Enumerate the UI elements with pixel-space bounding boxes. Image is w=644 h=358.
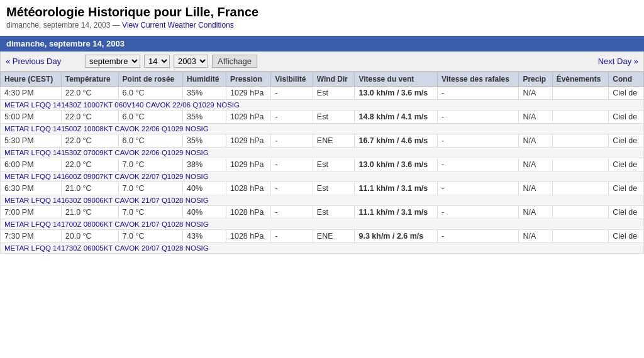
- table-cell: Est: [313, 158, 355, 171]
- metar-row: METAR LFQQ 141600Z 09007KT CAVOK 22/07 Q…: [1, 171, 644, 182]
- table-cell: 22.0 °C: [61, 111, 118, 124]
- table-row: 6:30 PM21.0 °C7.0 °C40%1028 hPa-Est11.1 …: [1, 182, 644, 195]
- page-title: Météorologie Historique pour Lille, Fran…: [6, 5, 638, 19]
- col-header-winddir: Wind Dir: [313, 72, 355, 87]
- table-cell: 11.1 kh/m / 3.1 m/s: [355, 206, 438, 219]
- table-cell: 6:30 PM: [1, 182, 62, 195]
- prev-day-nav[interactable]: « Previous Day: [6, 57, 81, 66]
- table-cell: Ciel de: [609, 87, 644, 100]
- table-cell: Est: [313, 87, 355, 100]
- col-header-dewpoint: Point de rosée: [118, 72, 182, 87]
- table-cell: 1029 hPa: [226, 111, 271, 124]
- table-cell: 20.0 °C: [61, 230, 118, 243]
- col-header-pressure: Pression: [226, 72, 271, 87]
- table-cell: 6.0 °C: [118, 87, 182, 100]
- table-cell: [552, 182, 609, 195]
- metar-row: METAR LFQQ 141730Z 06005KT CAVOK 20/07 Q…: [1, 243, 644, 254]
- table-cell: 9.3 kh/m / 2.6 m/s: [355, 230, 438, 243]
- table-cell: ENE: [313, 230, 355, 243]
- table-cell: Ciel de: [609, 134, 644, 148]
- table-cell: 7.0 °C: [118, 230, 182, 243]
- table-cell: 21.0 °C: [61, 206, 118, 219]
- table-cell: -: [271, 158, 313, 171]
- table-cell: -: [271, 206, 313, 219]
- table-cell: 7.0 °C: [118, 206, 182, 219]
- table-cell: N/A: [519, 87, 552, 100]
- table-cell: -: [271, 134, 313, 148]
- metar-cell: METAR LFQQ 141500Z 10008KT CAVOK 22/06 Q…: [1, 124, 644, 134]
- col-header-events: Évènements: [552, 72, 609, 87]
- table-cell: N/A: [519, 230, 552, 243]
- table-cell: -: [271, 230, 313, 243]
- day-select[interactable]: 14: [144, 55, 170, 68]
- table-header-row: Heure (CEST) Température Point de rosée …: [1, 72, 644, 87]
- table-cell: 4:30 PM: [1, 87, 62, 100]
- metar-row: METAR LFQQ 141530Z 07009KT CAVOK 22/06 Q…: [1, 148, 644, 158]
- table-cell: -: [437, 87, 518, 100]
- table-cell: Est: [313, 206, 355, 219]
- page-header: Météorologie Historique pour Lille, Fran…: [0, 0, 644, 32]
- table-cell: Ciel de: [609, 206, 644, 219]
- nav-bar: « Previous Day septembre janvierfévrierm…: [0, 52, 644, 72]
- affichage-button[interactable]: Affichage: [212, 55, 257, 68]
- table-cell: N/A: [519, 158, 552, 171]
- table-cell: ENE: [313, 134, 355, 148]
- table-cell: -: [271, 111, 313, 124]
- table-cell: Ciel de: [609, 158, 644, 171]
- prev-day-link[interactable]: « Previous Day: [6, 57, 61, 66]
- table-cell: 13.0 kh/m / 3.6 m/s: [355, 87, 438, 100]
- table-cell: 40%: [183, 206, 226, 219]
- next-day-nav[interactable]: Next Day »: [598, 57, 638, 66]
- table-cell: 7:00 PM: [1, 206, 62, 219]
- table-cell: 22.0 °C: [61, 158, 118, 171]
- col-header-visibility: Visibilité: [271, 72, 313, 87]
- table-cell: -: [271, 182, 313, 195]
- metar-cell: METAR LFQQ 141700Z 08006KT CAVOK 21/07 Q…: [1, 219, 644, 230]
- table-cell: 35%: [183, 111, 226, 124]
- table-cell: 6:00 PM: [1, 158, 62, 171]
- table-cell: [552, 87, 609, 100]
- col-header-temp: Température: [61, 72, 118, 87]
- table-cell: -: [437, 182, 518, 195]
- table-cell: Est: [313, 111, 355, 124]
- month-select[interactable]: septembre janvierfévriermars avrilmaijui…: [85, 55, 140, 68]
- metar-row: METAR LFQQ 141700Z 08006KT CAVOK 21/07 Q…: [1, 219, 644, 230]
- table-cell: 6.0 °C: [118, 111, 182, 124]
- table-cell: 35%: [183, 87, 226, 100]
- table-cell: N/A: [519, 111, 552, 124]
- table-cell: 1028 hPa: [226, 230, 271, 243]
- table-cell: 11.1 kh/m / 3.1 m/s: [355, 182, 438, 195]
- next-day-link[interactable]: Next Day »: [598, 57, 638, 66]
- table-cell: -: [437, 111, 518, 124]
- col-header-cond: Cond: [609, 72, 644, 87]
- weather-table: Heure (CEST) Température Point de rosée …: [0, 72, 644, 254]
- metar-row: METAR LFQQ 141630Z 09006KT CAVOK 21/07 Q…: [1, 195, 644, 206]
- metar-cell: METAR LFQQ 141430Z 10007KT 060V140 CAVOK…: [1, 100, 644, 111]
- table-cell: [552, 206, 609, 219]
- table-cell: Est: [313, 182, 355, 195]
- table-row: 6:00 PM22.0 °C7.0 °C38%1029 hPa-Est13.0 …: [1, 158, 644, 171]
- table-row: 5:00 PM22.0 °C6.0 °C35%1029 hPa-Est14.8 …: [1, 111, 644, 124]
- table-cell: -: [271, 87, 313, 100]
- table-cell: 1028 hPa: [226, 206, 271, 219]
- table-cell: 13.0 kh/m / 3.6 m/s: [355, 158, 438, 171]
- table-cell: [552, 230, 609, 243]
- table-cell: 7.0 °C: [118, 158, 182, 171]
- metar-cell: METAR LFQQ 141730Z 06005KT CAVOK 20/07 Q…: [1, 243, 644, 254]
- date-header-bar: dimanche, septembre 14, 2003: [0, 36, 644, 52]
- col-header-precip: Precip: [519, 72, 552, 87]
- table-cell: 38%: [183, 158, 226, 171]
- table-cell: 40%: [183, 182, 226, 195]
- year-select[interactable]: 2003: [174, 55, 208, 68]
- table-cell: N/A: [519, 134, 552, 148]
- page-subtitle: dimanche, septembre 14, 2003 — View Curr…: [6, 21, 638, 30]
- table-cell: 22.0 °C: [61, 87, 118, 100]
- metar-cell: METAR LFQQ 141530Z 07009KT CAVOK 22/06 Q…: [1, 148, 644, 158]
- table-cell: 43%: [183, 230, 226, 243]
- metar-row: METAR LFQQ 141500Z 10008KT CAVOK 22/06 Q…: [1, 124, 644, 134]
- table-cell: [552, 111, 609, 124]
- current-weather-link[interactable]: View Current Weather Conditions: [122, 21, 234, 30]
- table-cell: 35%: [183, 134, 226, 148]
- metar-cell: METAR LFQQ 141600Z 09007KT CAVOK 22/07 Q…: [1, 171, 644, 182]
- table-cell: 5:30 PM: [1, 134, 62, 148]
